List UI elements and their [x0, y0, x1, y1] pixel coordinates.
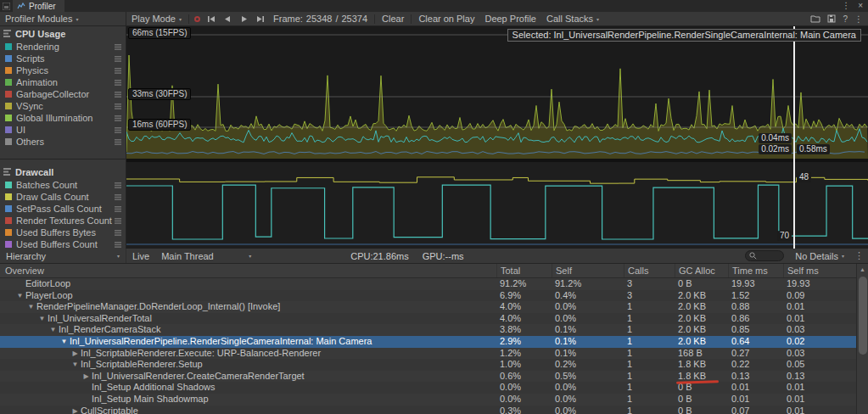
- previous-frame-button[interactable]: [220, 12, 236, 25]
- row-name: ▼PlayerLoop: [0, 290, 496, 302]
- row-name: EditorLoop: [0, 278, 496, 290]
- foldout-open-icon[interactable]: ▼: [14, 290, 25, 302]
- foldout-closed-icon[interactable]: ▶: [70, 348, 81, 360]
- column-overview[interactable]: Overview: [0, 264, 496, 277]
- legend-item-ui[interactable]: UI: [0, 124, 126, 136]
- clear-button[interactable]: Clear: [377, 12, 409, 25]
- table-row[interactable]: EditorLoop91.2%91.2%30 B19.9319.93: [0, 278, 856, 290]
- foldout-open-icon[interactable]: ▼: [70, 359, 81, 371]
- foldout-open-icon[interactable]: ▼: [25, 301, 36, 313]
- chevron-down-icon: ▾: [842, 253, 844, 259]
- details-kebab-icon[interactable]: ⋮: [850, 250, 868, 261]
- module-title: Drawcall: [15, 167, 53, 177]
- legend-item-physics[interactable]: Physics: [0, 64, 126, 76]
- foldout-closed-icon[interactable]: ▶: [81, 371, 92, 383]
- legend-item-global-illumination[interactable]: Global Illumination: [0, 112, 126, 124]
- table-row[interactable]: ▼PlayerLoop6.9%0.4%32.0 KB1.520.09: [0, 290, 856, 302]
- table-row[interactable]: ▼Inl_RenderCameraStack3.8%0.1%12.0 KB0.8…: [0, 324, 856, 336]
- window-menu-kebab-icon[interactable]: ⋮: [842, 0, 850, 12]
- row-label: Inl_UniversalRenderPipeline.RenderSingle…: [70, 336, 372, 348]
- close-icon[interactable]: ×: [858, 0, 863, 12]
- row-label: Inl_Setup Main Shadowmap: [92, 394, 209, 406]
- cpu-usage-chart[interactable]: [126, 26, 868, 159]
- call-stacks-dropdown[interactable]: Call Stacks ▾: [541, 12, 604, 25]
- table-row[interactable]: ▼Inl_UniversalRenderTotal4.0%0.0%12.0 KB…: [0, 313, 856, 325]
- column-calls[interactable]: Calls: [624, 264, 675, 277]
- foldout-open-icon[interactable]: ▼: [48, 324, 59, 336]
- column-time-ms[interactable]: Time ms: [728, 264, 783, 277]
- legend-item-setpass-calls-count[interactable]: SetPass Calls Count: [0, 203, 126, 215]
- row-name: ▶CullScriptable: [0, 406, 496, 414]
- foldout-open-icon[interactable]: ▼: [59, 336, 70, 348]
- title-bar: Profiler ⋮ ×: [0, 0, 868, 12]
- live-toggle[interactable]: Live: [126, 249, 155, 263]
- hierarchy-table: Overview Total Self Calls GC Alloc Time …: [0, 264, 868, 414]
- foldout-open-icon[interactable]: ▼: [36, 313, 48, 325]
- legend-color-swatch: [5, 205, 12, 212]
- thread-dropdown[interactable]: Main Thread ▾: [155, 249, 257, 263]
- last-frame-button[interactable]: [252, 12, 268, 25]
- toolbar-kebab-icon[interactable]: ⋮: [854, 14, 863, 24]
- table-scrollbar[interactable]: ▲: [856, 264, 868, 414]
- help-icon[interactable]: ?: [843, 14, 848, 24]
- legend-item-render-textures-count[interactable]: Render Textures Count: [0, 215, 126, 227]
- table-row[interactable]: Inl_Setup Main Shadowmap0.0%0.0%10 B0.01…: [0, 394, 856, 406]
- legend-label: GarbageCollector: [16, 89, 115, 99]
- table-row[interactable]: ▼Inl_UniversalRenderPipeline.RenderSingl…: [0, 336, 856, 348]
- clear-on-play-toggle[interactable]: Clear on Play: [413, 12, 479, 25]
- column-self-ms[interactable]: Self ms: [783, 264, 856, 277]
- row-self-ms: 0.09: [783, 290, 856, 302]
- legend-item-draw-calls-count[interactable]: Draw Calls Count: [0, 191, 126, 203]
- chart-bars-icon: [3, 168, 11, 176]
- table-row[interactable]: Inl_Setup Additional Shadows0.0%0.0%10 B…: [0, 382, 856, 394]
- legend-item-rendering[interactable]: Rendering: [0, 41, 126, 53]
- column-total[interactable]: Total: [496, 264, 552, 277]
- deep-profile-toggle[interactable]: Deep Profile: [479, 12, 541, 25]
- row-time-ms: 1.52: [728, 290, 783, 302]
- details-view-dropdown[interactable]: No Details ▾: [789, 249, 850, 263]
- module-cpu-usage: CPU UsageRenderingScriptsPhysicsAnimatio…: [0, 26, 126, 159]
- table-row[interactable]: ▶Inl_ScriptableRenderer.Execute: URP-Bal…: [0, 348, 856, 360]
- foldout-closed-icon[interactable]: ▶: [70, 406, 81, 414]
- row-name: Inl_Setup Additional Shadows: [0, 382, 496, 394]
- table-row[interactable]: ▶CullScriptable0.3%0.0%10 B0.070.01: [0, 406, 856, 414]
- save-profile-icon[interactable]: [827, 14, 836, 23]
- legend-label: UI: [16, 125, 115, 135]
- column-self[interactable]: Self: [552, 264, 624, 277]
- legend-item-animation[interactable]: Animation: [0, 76, 126, 88]
- legend-item-scripts[interactable]: Scripts: [0, 53, 126, 64]
- scroll-up-icon[interactable]: ▲: [860, 264, 865, 275]
- row-gc-alloc: 0 B: [675, 406, 728, 414]
- scrollbar-thumb[interactable]: [859, 277, 867, 355]
- hierarchy-mode-dropdown[interactable]: Hierarchy ▾: [0, 249, 126, 263]
- legend-item-others[interactable]: Others: [0, 136, 126, 148]
- column-gc-alloc[interactable]: GC Alloc: [675, 264, 728, 277]
- selected-frame-line[interactable]: [793, 26, 795, 249]
- row-total: 3.8%: [496, 324, 552, 336]
- legend-item-used-buffers-bytes[interactable]: Used Buffers Bytes: [0, 227, 126, 238]
- drawcall-chart[interactable]: [126, 162, 868, 249]
- legend-item-garbagecollector[interactable]: GarbageCollector: [0, 88, 126, 100]
- module-sidebar: CPU UsageRenderingScriptsPhysicsAnimatio…: [0, 26, 126, 249]
- legend-item-batches-count[interactable]: Batches Count: [0, 179, 126, 191]
- row-self-ms: 0.13: [783, 371, 856, 383]
- tab-profiler[interactable]: Profiler: [13, 0, 64, 12]
- profiler-modules-dropdown[interactable]: Profiler Modules ▾: [0, 12, 126, 25]
- legend-color-swatch: [5, 229, 12, 236]
- legend-item-vsync[interactable]: VSync: [0, 100, 126, 112]
- module-header[interactable]: CPU Usage: [0, 26, 126, 41]
- row-name: ▼RenderPipelineManager.DoRenderLoop_Inte…: [0, 301, 496, 313]
- load-profile-icon[interactable]: [810, 14, 820, 23]
- next-frame-button[interactable]: [236, 12, 252, 25]
- counter-bars-icon: [115, 218, 121, 224]
- table-row[interactable]: ▼RenderPipelineManager.DoRenderLoop_Inte…: [0, 301, 856, 313]
- table-row[interactable]: ▶Inl_UniversalRenderer.CreateCameraRende…: [0, 371, 856, 383]
- first-frame-button[interactable]: [204, 12, 220, 25]
- table-row[interactable]: ▼Inl_ScriptableRenderer.Setup1.0%0.2%11.…: [0, 359, 856, 371]
- play-mode-dropdown[interactable]: Play Mode ▾: [126, 12, 187, 25]
- search-input[interactable]: [745, 250, 784, 261]
- legend-color-swatch: [5, 79, 12, 86]
- record-button[interactable]: [191, 12, 204, 25]
- module-header[interactable]: Drawcall: [0, 165, 126, 179]
- row-name: ▶Inl_UniversalRenderer.CreateCameraRende…: [0, 371, 496, 383]
